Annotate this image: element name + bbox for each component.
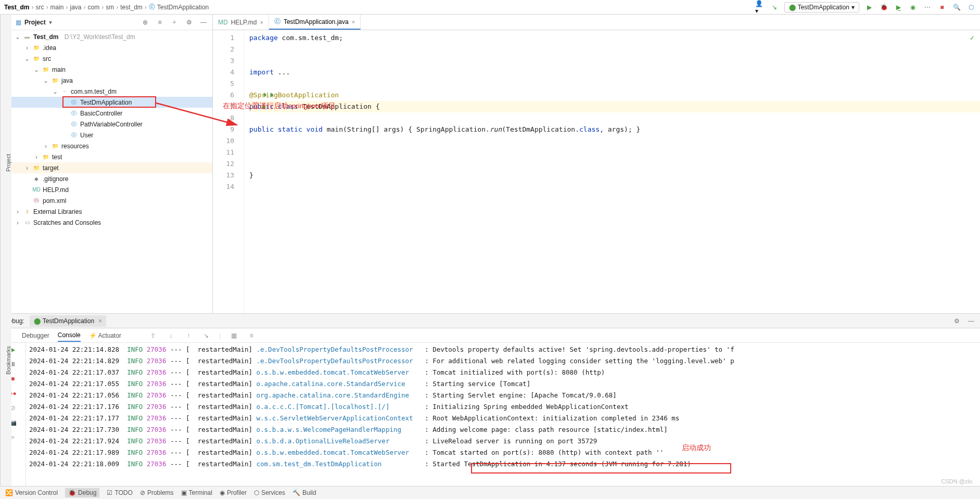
step-over-icon[interactable]: ⇪ (148, 331, 158, 340)
bookmarks-tool-button[interactable]: Bookmarks (5, 346, 11, 374)
run-config-select[interactable]: ⬤ TestDmApplication ▾ (784, 2, 859, 12)
crumb[interactable]: sm (106, 4, 114, 11)
build-icon[interactable]: ↘ (770, 3, 779, 12)
tree-root-path: D:\Y2_Work\test\Test_dm (65, 33, 135, 41)
todo-tool-button[interactable]: ☑ TODO (107, 489, 132, 496)
toolbar-right: 👤▾ ↘ ⬤ TestDmApplication ▾ ▶ 🐞 ▶̲ ◉ ⋯ ■ … (755, 2, 976, 12)
close-icon[interactable]: × (98, 317, 102, 325)
project-tool-button[interactable]: Project (5, 154, 11, 172)
close-icon[interactable]: × (352, 19, 355, 25)
crumb[interactable]: src (35, 4, 44, 11)
tab-help-md[interactable]: MDHELP.md× (213, 15, 269, 30)
status-bar: 🔀 Version Control 🐞 Debug ☑ TODO ⊘ Probl… (0, 486, 980, 499)
add-user-icon[interactable]: 👤▾ (755, 3, 765, 12)
terminal-tool-button[interactable]: ▣ Terminal (181, 489, 212, 496)
project-tree[interactable]: ⌄▬Test_dm D:\Y2_Work\test\Test_dm ›📁.ide… (11, 30, 212, 313)
profile-icon[interactable]: ◉ (908, 3, 918, 12)
tree-item[interactable]: ›📁test (11, 151, 212, 162)
tree-item[interactable]: ⌄▫com.sm.test_dm (11, 86, 212, 97)
crumb-root[interactable]: Test_dm (4, 4, 29, 11)
tree-item[interactable]: ⌄📁main (11, 64, 212, 75)
tab-testdmapplication[interactable]: ⓒTestDmApplication.java× (269, 15, 361, 30)
run-config-label: TestDmApplication (798, 4, 849, 11)
breadcrumb: Test_dm› src› main› java› com› sm› test_… (4, 3, 209, 11)
project-title: Project (24, 19, 46, 26)
step-into-icon[interactable]: ↓ (166, 331, 175, 340)
search-icon[interactable]: 🔍 (952, 3, 961, 12)
external-libraries[interactable]: External Libraries (33, 208, 82, 215)
updates-icon[interactable]: ⬡ (966, 3, 976, 12)
problems-tool-button[interactable]: ⊘ Problems (140, 489, 174, 496)
crumb[interactable]: java (70, 4, 81, 11)
debug-icon[interactable]: 🐞 (879, 3, 888, 12)
tree-root[interactable]: Test_dm (33, 33, 58, 41)
annotation-box (62, 96, 156, 108)
tree-item[interactable]: ›📁resources (11, 140, 212, 151)
hide-icon[interactable]: — (199, 18, 208, 27)
project-panel: ▦ Project ▾ ⊕ ≡ ÷ ⚙ — ⌄▬Test_dm D:\Y2_Wo… (11, 15, 213, 313)
top-toolbar: Test_dm› src› main› java› com› sm› test_… (0, 0, 980, 15)
run-icon[interactable]: ▶ (864, 3, 874, 12)
tree-item[interactable]: ›📁.idea (11, 42, 212, 53)
step-out-icon[interactable]: ↑ (184, 331, 193, 340)
annotation-arrow-icon (151, 99, 255, 140)
attach-icon[interactable]: ⋯ (923, 3, 932, 12)
tree-item[interactable]: ◆.gitignore (11, 173, 212, 184)
debug-subtabs: ⟳ Debugger Console ⚡ Actuator ⇪ ↓ ↑ ↘ | … (0, 328, 980, 343)
run-gutter-icon[interactable]: 🞂🞂 (262, 89, 280, 101)
expand-all-icon[interactable]: ≡ (155, 18, 164, 27)
code-editor[interactable]: package com.sm.test_dm; import ... @Spri… (244, 30, 980, 313)
debug-tool-window: Debug: ⬤TestDmApplication× ⚙ — ⟳ Debugge… (0, 313, 980, 486)
editor-area: MDHELP.md× ⓒTestDmApplication.java× 123 … (213, 15, 980, 313)
stop-icon[interactable]: ■ (937, 3, 947, 12)
tree-item[interactable]: ⓜpom.xml (11, 195, 212, 206)
tree-item[interactable]: ⌄📁java (11, 75, 212, 86)
crumb[interactable]: test_dm (120, 4, 143, 11)
debug-session-tab[interactable]: ⬤TestDmApplication× (30, 315, 106, 327)
crumb[interactable]: com (88, 4, 100, 11)
scratches-consoles[interactable]: Scratches and Consoles (33, 219, 101, 226)
hide-icon[interactable]: — (966, 316, 976, 326)
services-tool-button[interactable]: ⬡ Services (254, 489, 285, 496)
annotation-text: 启动成功 (682, 443, 711, 453)
console-tab[interactable]: Console (58, 329, 81, 342)
layout-icon[interactable]: ▦ (229, 331, 238, 340)
debug-tool-button[interactable]: 🐞 Debug (65, 488, 99, 497)
vcs-tool-button[interactable]: 🔀 Version Control (5, 489, 58, 496)
left-tool-strip-lower: Bookmarks Structure (0, 237, 11, 486)
line-gutter[interactable]: 123 456 789 101112 1314 (213, 30, 244, 313)
coverage-icon[interactable]: ▶̲ (894, 3, 903, 12)
debugger-tab[interactable]: Debugger (22, 330, 49, 341)
tree-item[interactable]: ⌄📁src (11, 53, 212, 64)
tree-item[interactable]: ›📁target (11, 162, 212, 173)
actuator-tab[interactable]: ⚡ Actuator (89, 330, 121, 341)
editor-tabs: MDHELP.md× ⓒTestDmApplication.java× (213, 15, 980, 30)
tree-item[interactable]: MDHELP.md (11, 184, 212, 195)
select-opened-icon[interactable]: ⊕ (141, 18, 150, 27)
collapse-all-icon[interactable]: ÷ (170, 18, 179, 27)
watermark: CSDN @zlo. (941, 478, 974, 484)
project-tool-icon: ▦ (16, 19, 21, 26)
inspection-ok-icon[interactable]: ✓ (970, 34, 975, 42)
svg-line-0 (156, 103, 237, 125)
gear-icon[interactable]: ⚙ (184, 18, 194, 27)
gear-icon[interactable]: ⚙ (952, 316, 961, 326)
crumb[interactable]: main (50, 4, 63, 11)
close-icon[interactable]: × (260, 19, 263, 25)
build-tool-button[interactable]: 🔨 Build (292, 489, 316, 496)
filter-icon[interactable]: ≡ (247, 331, 256, 340)
annotation-box (471, 463, 731, 474)
run-to-cursor-icon[interactable]: ↘ (201, 331, 211, 340)
crumb-file[interactable]: TestDmApplication (157, 4, 209, 11)
profiler-tool-button[interactable]: ◉ Profiler (220, 489, 247, 496)
